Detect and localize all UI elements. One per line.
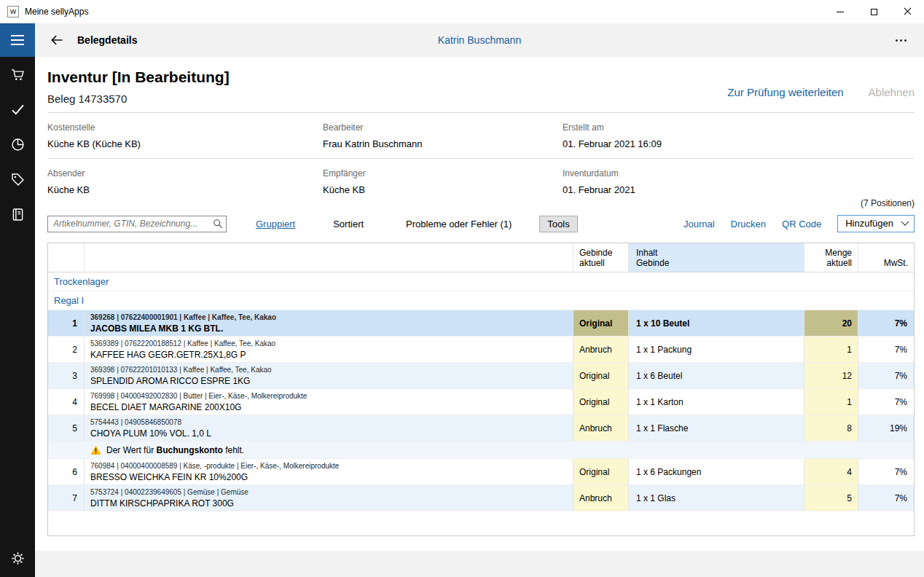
inhalt-cell[interactable]: 1 x 6 Beutel [629,363,804,388]
cart-icon [10,67,26,82]
forward-for-review-link[interactable]: Zur Prüfung weiterleiten [727,86,843,98]
table-row[interactable]: 1 369268 | 07622400001901 | Kaffee | Kaf… [48,310,914,337]
group-label: Regal I [54,295,84,306]
menge-cell[interactable]: 20 [804,310,858,336]
sorted-toggle[interactable]: Sortiert [333,219,364,229]
inhalt-cell[interactable]: 1 x 1 Glas [629,485,804,511]
header-cell-mwst[interactable]: MwSt. [858,243,914,272]
header-cell-inhalt[interactable]: Inhalt Gebinde [629,243,804,272]
journal-link[interactable]: Journal [684,219,715,229]
close-button[interactable] [890,0,924,23]
table-row[interactable]: 2 5369389 | 07622200188512 | Kaffee | Ka… [48,337,914,363]
gebinde-cell[interactable]: Original [573,389,629,415]
gebinde-cell[interactable]: Anbruch [573,415,629,441]
group-row[interactable]: Regal I [48,291,914,310]
minimize-icon [837,12,844,12]
reject-link[interactable]: Ablehnen [869,86,915,98]
more-icon [896,39,898,42]
grouped-toggle[interactable]: Gruppiert [256,219,295,229]
toolbar: Gruppiert Sortiert Probleme oder Fehler … [47,215,915,232]
table-row[interactable]: 6 760984 | 04000400008589 | Käse, -produ… [48,459,914,485]
maximize-button[interactable] [857,0,890,23]
table-row[interactable]: 3 369398 | 07622201010133 | Kaffee | Kaf… [48,363,914,389]
minimize-button[interactable] [823,0,857,23]
gebinde-cell[interactable]: Original [573,363,629,388]
sidebar-item-settings[interactable] [0,541,35,576]
menge-value: 20 [842,318,852,329]
field-label-empfaenger: Empfänger [323,168,563,178]
menge-value: 8 [847,423,852,433]
table-row[interactable]: 7 5753724 | 04002239649605 | Gemüse | Ge… [48,485,914,511]
gebinde-value: Original [579,467,609,477]
page-header: Belegdetails Katrin Buschmann [35,23,924,57]
gebinde-cell[interactable]: Anbruch [573,485,629,511]
problems-filter[interactable]: Probleme oder Fehler (1) [406,219,512,229]
print-link[interactable]: Drucken [731,219,766,229]
row-number: 3 [72,371,77,381]
warning-text: Der Wert für Buchungskonto fehlt. [106,445,244,455]
menge-cell[interactable]: 4 [804,459,858,484]
sidebar-item-tasks[interactable] [0,92,35,127]
gebinde-cell[interactable]: Anbruch [573,337,629,362]
back-button[interactable] [45,28,68,52]
chevron-down-icon [901,217,909,225]
search-input[interactable] [53,219,213,229]
gebinde-cell[interactable]: Original [573,310,629,336]
group-label: Trockenlager [54,276,109,287]
mwst-cell: 7% [858,310,914,336]
table-row[interactable]: 4 769998 | 04000492002830 | Butter | Eie… [48,389,914,415]
field-value-inventurdatum: 01. Februar 2021 [563,184,915,195]
inhalt-cell[interactable]: 1 x 6 Packungen [629,459,804,484]
mwst-cell: 7% [858,363,914,388]
table-row[interactable]: 5 5754443 | 04905846850078 CHOYA PLUM 10… [48,415,914,441]
inhalt-cell[interactable]: 1 x 1 Packung [629,337,804,362]
inhalt-value: 1 x 1 Flasche [636,423,688,433]
mwst-value: 7% [895,467,907,477]
row-number: 5 [72,423,77,433]
hamburger-menu-button[interactable] [0,23,35,57]
inhalt-value: 1 x 10 Beutel [636,318,689,329]
group-row[interactable]: Trockenlager [48,272,914,291]
header-cell-menge[interactable]: Menge aktuell [804,243,858,272]
table-empty-space [48,511,914,535]
field-label-bearbeiter: Bearbeiter [323,122,563,133]
article-meta: 5754443 | 04905846850078 [90,418,573,426]
header-cell-gebinde[interactable]: Gebinde aktuell [573,243,629,272]
article-name: DITTM KIRSCHPAPRIKA ROT 300G [90,498,573,509]
sidebar-item-labels[interactable] [0,162,35,197]
menge-cell[interactable]: 12 [804,363,858,388]
row-number: 4 [72,397,77,407]
field-value-absender: Küche KB [47,184,323,195]
menge-value: 5 [847,493,852,503]
tools-button[interactable]: Tools [539,216,577,232]
inhalt-cell[interactable]: 1 x 1 Flasche [629,415,804,441]
field-label-erstellt-am: Erstellt am [563,122,915,133]
search-icon[interactable] [213,219,223,229]
mwst-value: 7% [895,493,907,503]
window-title: Meine sellyApps [25,7,88,17]
row-number: 2 [72,345,77,355]
gebinde-value: Original [579,318,612,329]
qr-code-link[interactable]: QR Code [782,219,821,229]
inhalt-cell[interactable]: 1 x 10 Beutel [629,310,804,336]
menge-cell[interactable]: 1 [804,389,858,415]
more-options-button[interactable] [891,35,911,46]
inhalt-value: 1 x 6 Beutel [636,371,682,381]
menge-cell[interactable]: 5 [804,485,858,511]
search-box[interactable] [47,216,227,232]
menge-cell[interactable]: 8 [804,415,858,441]
mwst-value: 7% [895,371,907,381]
menge-cell[interactable]: 1 [804,337,858,362]
title-bar: W Meine sellyApps [0,0,924,23]
sidebar-item-journal[interactable] [0,197,35,232]
sidebar-item-cart[interactable] [0,57,35,92]
gebinde-cell[interactable]: Original [573,459,629,484]
table-header: Gebinde aktuell Inhalt Gebinde Menge akt… [48,243,914,272]
inhalt-cell[interactable]: 1 x 1 Karton [629,389,804,415]
sidebar-item-reports[interactable] [0,127,35,162]
row-number: 6 [72,467,77,477]
gebinde-value: Anbruch [579,423,612,433]
mwst-value: 7% [895,318,907,329]
field-value-empfaenger: Küche KB [323,184,563,195]
add-dropdown-button[interactable]: Hinzufügen [837,215,915,232]
